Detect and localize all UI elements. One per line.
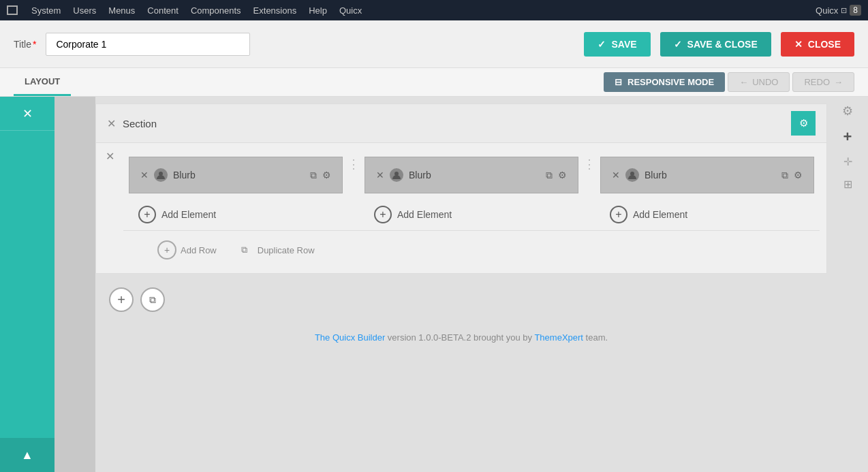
main-content: ✕ ▲ ✕ Section ⚙ ✕: [0, 97, 868, 472]
app-badge: 8: [850, 5, 861, 16]
right-gear-icon[interactable]: ⚙: [842, 104, 853, 119]
blurb-label-3: Blurb: [645, 170, 667, 180]
add-section-button[interactable]: +: [109, 287, 134, 312]
menu-system[interactable]: System: [31, 5, 61, 16]
undo-button[interactable]: ← UNDO: [728, 72, 790, 92]
redo-button[interactable]: REDO →: [792, 72, 854, 92]
duplicate-row-icon: ⧉: [236, 241, 253, 259]
plus-circle-add-row: +: [157, 240, 176, 259]
blurb-gear-2[interactable]: ⚙: [558, 170, 567, 180]
column-3: ✕ Blurb ⧉ ⚙ +: [595, 157, 820, 230]
menu-extensions[interactable]: Extensions: [253, 5, 297, 16]
column-2: ✕ Blurb ⧉ ⚙ +: [359, 157, 584, 230]
add-element-button-3[interactable]: + Add Element: [600, 199, 814, 230]
column-divider-1: ⋮: [351, 157, 356, 172]
menu-quicx[interactable]: Quicx: [339, 5, 362, 16]
blurb-copy-2[interactable]: ⧉: [546, 170, 553, 181]
toolbar-row: Title* ✓ SAVE ✓ SAVE & CLOSE ✕ CLOSE: [0, 20, 868, 68]
x-icon-close: ✕: [794, 39, 803, 50]
team-text: team.: [583, 332, 608, 343]
right-grid-icon[interactable]: ⊞: [843, 178, 852, 191]
blurb-user-icon-2: [390, 168, 403, 182]
blurb-element-2: ✕ Blurb ⧉ ⚙: [365, 157, 578, 193]
check-icon-save-close: ✓: [674, 39, 682, 50]
section-container: ✕ Section ⚙ ✕ ✕: [95, 104, 827, 274]
duplicate-section-icon: ⧉: [149, 294, 156, 306]
redo-arrow-icon: →: [834, 77, 843, 87]
title-required: *: [33, 39, 36, 50]
column-divider-2: ⋮: [587, 157, 592, 172]
blurb-remove-3[interactable]: ✕: [612, 170, 620, 180]
menu-components[interactable]: Components: [191, 5, 241, 16]
chevron-up-icon: ▲: [21, 448, 33, 462]
gear-icon-section: ⚙: [799, 117, 808, 129]
menu-bar: System Users Menus Content Components Ex…: [0, 0, 868, 20]
add-element-button-2[interactable]: + Add Element: [365, 199, 578, 230]
menu-content[interactable]: Content: [147, 5, 179, 16]
add-element-label-3: Add Element: [633, 209, 687, 220]
row-close-button[interactable]: ✕: [106, 150, 114, 163]
right-panel: ⚙ + ✛ ⊞: [827, 97, 868, 472]
blurb-label-2: Blurb: [409, 170, 431, 180]
below-section: + ⧉: [95, 281, 827, 319]
plus-icon-2: +: [374, 206, 392, 223]
blurb-label-1: Blurb: [173, 170, 196, 180]
add-element-button-1[interactable]: + Add Element: [129, 199, 343, 230]
plus-icon-3: +: [610, 206, 627, 223]
quicx-app-label: Quicx: [816, 5, 838, 16]
title-label: Title*: [14, 39, 36, 50]
builder-footer: The Quicx Builder version 1.0.0-BETA.2 b…: [95, 319, 827, 356]
column-1: ✕ Blurb ⧉ ⚙ +: [123, 157, 348, 230]
blurb-user-icon-3: [625, 168, 639, 182]
responsive-icon: ⊟: [615, 77, 622, 87]
plus-icon-1: +: [138, 206, 156, 223]
undo-arrow-icon: ←: [739, 77, 748, 87]
check-icon: ✓: [598, 39, 606, 50]
canvas-area: ✕ Section ⚙ ✕ ✕: [95, 97, 827, 472]
x-icon-sidebar: ✕: [22, 106, 33, 121]
blurb-remove-1[interactable]: ✕: [140, 170, 149, 180]
save-close-button[interactable]: ✓ SAVE & CLOSE: [660, 32, 771, 57]
menu-help[interactable]: Help: [309, 5, 327, 16]
add-element-label-2: Add Element: [397, 209, 452, 220]
left-sidebar: ✕ ▲: [0, 97, 55, 472]
menu-items: System Users Menus Content Components Ex…: [31, 5, 362, 16]
blurb-element-3: ✕ Blurb ⧉ ⚙: [600, 157, 814, 193]
responsive-mode-button[interactable]: ⊟ RESPONSIVE MODE: [604, 72, 725, 92]
blurb-copy-3[interactable]: ⧉: [781, 170, 788, 181]
quicx-window: Quicx ⊡ 8: [816, 5, 861, 16]
blurb-copy-1[interactable]: ⧉: [310, 170, 317, 181]
menu-users[interactable]: Users: [73, 5, 96, 16]
add-row-button[interactable]: + Add Row: [151, 236, 223, 264]
section-close-icon[interactable]: ✕: [107, 117, 116, 130]
plus-icon-section: +: [117, 292, 125, 308]
tab-layout[interactable]: LAYOUT: [14, 68, 71, 96]
duplicate-row-button[interactable]: ⧉ Duplicate Row: [229, 237, 322, 263]
close-button[interactable]: ✕ CLOSE: [781, 32, 854, 57]
row-actions: + Add Row ⧉ Duplicate Row: [123, 230, 820, 273]
duplicate-row-label: Duplicate Row: [258, 245, 315, 255]
add-element-label-1: Add Element: [161, 209, 216, 220]
blurb-element-1: ✕ Blurb ⧉ ⚙: [129, 157, 343, 193]
blurb-gear-3[interactable]: ⚙: [794, 170, 803, 180]
layout-row: LAYOUT ⊟ RESPONSIVE MODE ← UNDO REDO →: [0, 68, 868, 97]
blurb-remove-2[interactable]: ✕: [376, 170, 384, 180]
blurb-user-icon-1: [154, 168, 168, 182]
sidebar-collapse-button[interactable]: ▲: [0, 438, 55, 472]
blurb-gear-1[interactable]: ⚙: [322, 170, 331, 180]
builder-link[interactable]: The Quicx Builder: [315, 332, 385, 343]
add-row-label: Add Row: [181, 245, 217, 255]
right-plus-icon[interactable]: +: [843, 128, 852, 146]
right-move-icon[interactable]: ✛: [843, 155, 852, 168]
theme-link[interactable]: ThemeXpert: [534, 332, 583, 343]
version-text: version 1.0.0-BETA.2 brought you by: [385, 332, 534, 343]
section-label: Section: [123, 118, 157, 129]
duplicate-section-button[interactable]: ⧉: [140, 287, 165, 312]
save-button[interactable]: ✓ SAVE: [584, 32, 650, 57]
menu-menus[interactable]: Menus: [108, 5, 135, 16]
section-header: ✕ Section ⚙: [96, 104, 826, 143]
section-gear-button[interactable]: ⚙: [791, 111, 816, 136]
sidebar-close-button[interactable]: ✕: [0, 97, 55, 131]
title-input[interactable]: [46, 33, 250, 56]
x-icon-row: ✕: [106, 151, 114, 162]
